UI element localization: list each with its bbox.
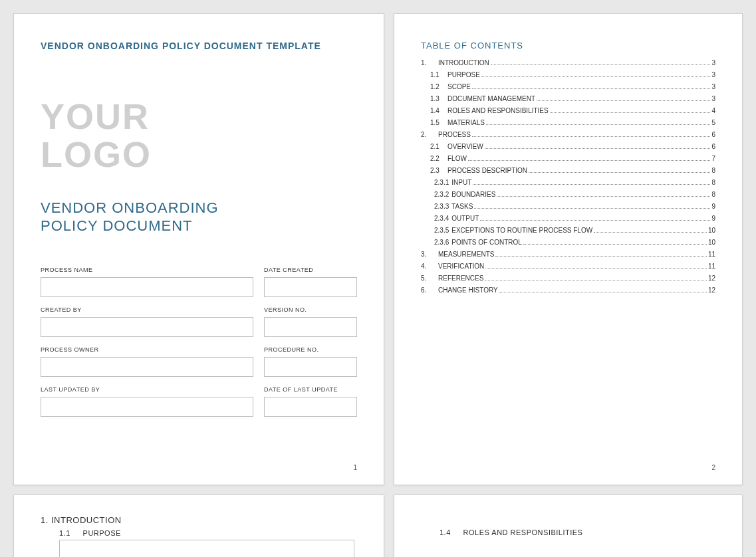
toc-leader-dots: [485, 268, 707, 269]
toc-entry[interactable]: 2.3.5EXCEPTIONS TO ROUTINE PROCESS FLOW1…: [434, 225, 715, 237]
toc-entry-num: 6.: [421, 284, 438, 296]
toc-entry-num: 3.: [421, 249, 438, 261]
toc-title: TABLE OF CONTENTS: [421, 41, 715, 51]
input-procedure-no[interactable]: [264, 357, 357, 377]
toc-entry[interactable]: 3.MEASUREMENTS11: [421, 249, 715, 261]
toc-entry-label: MATERIALS: [447, 117, 485, 129]
toc-entry-label: CHANGE HISTORY: [438, 284, 498, 296]
toc-leader-dots: [485, 148, 711, 149]
toc-leader-dots: [529, 172, 710, 173]
page-2: TABLE OF CONTENTS 1.INTRODUCTION31.1PURP…: [394, 13, 743, 485]
section-1-label: INTRODUCTION: [51, 515, 122, 525]
section-1-num: 1.: [41, 515, 49, 525]
toc-entry[interactable]: 2.2FLOW7: [430, 153, 715, 165]
toc-entry-num: 2.3.2: [434, 189, 451, 201]
toc-entry[interactable]: 2.3.1INPUT8: [434, 177, 715, 189]
toc-entry-num: 2.3.4: [434, 213, 451, 225]
label-date-of-last-update: DATE OF LAST UPDATE: [264, 386, 357, 393]
input-version-no[interactable]: [264, 317, 357, 337]
toc-entry-label: OUTPUT: [451, 213, 479, 225]
pages-grid: VENDOR ONBOARDING POLICY DOCUMENT TEMPLA…: [13, 13, 743, 557]
toc-entry[interactable]: 2.PROCESS6: [421, 129, 715, 141]
toc-entry-page: 3: [711, 93, 715, 105]
toc-entry-label: MEASUREMENTS: [438, 249, 494, 261]
toc-entry-page: 12: [708, 284, 715, 296]
toc-entry-label: OVERVIEW: [447, 141, 483, 153]
toc-leader-dots: [594, 232, 707, 233]
toc-entry[interactable]: 1.1PURPOSE3: [430, 69, 715, 81]
input-last-updated-by[interactable]: [41, 397, 253, 417]
toc-entry[interactable]: 5.REFERENCES12: [421, 273, 715, 284]
toc-entry[interactable]: 2.3.4OUTPUT9: [434, 213, 715, 225]
toc-leader-dots: [468, 160, 711, 161]
toc-entry-num: 4.: [421, 261, 438, 273]
toc-entry-label: SCOPE: [447, 81, 471, 93]
toc-entry-page: 8: [711, 177, 715, 189]
toc-entry-label: EXCEPTIONS TO ROUTINE PROCESS FLOW: [451, 225, 592, 237]
label-process-owner: PROCESS OWNER: [41, 346, 253, 353]
toc-entry[interactable]: 2.3.6POINTS OF CONTROL10: [434, 237, 715, 249]
logo-placeholder: YOUR LOGO: [41, 98, 357, 173]
toc-entry-num: 5.: [421, 273, 438, 284]
toc-entry-num: 2.3: [430, 165, 447, 177]
page-number-2: 2: [711, 464, 715, 471]
toc-entry-page: 12: [708, 273, 715, 284]
toc-entry-num: 1.4: [430, 105, 447, 117]
toc-leader-dots: [481, 76, 711, 77]
section-1-4-label: ROLES AND RESPONSIBILITIES: [463, 528, 583, 536]
toc-entry-page: 11: [708, 261, 715, 273]
input-created-by[interactable]: [41, 317, 253, 337]
toc-entry-page: 3: [711, 69, 715, 81]
label-created-by: CREATED BY: [41, 306, 253, 313]
label-procedure-no: PROCEDURE NO.: [264, 346, 357, 353]
input-process-owner[interactable]: [41, 357, 253, 377]
logo-line-1: YOUR: [41, 98, 357, 136]
toc-entry-num: 2.3.3: [434, 201, 451, 213]
toc-leader-dots: [550, 112, 711, 113]
toc-entry-num: 1.3: [430, 93, 447, 105]
toc-leader-dots: [537, 100, 710, 101]
form-grid: PROCESS NAME DATE CREATED CREATED BY VER…: [41, 261, 357, 417]
label-last-updated-by: LAST UPDATED BY: [41, 386, 253, 393]
toc-entry[interactable]: 4.VERIFICATION11: [421, 261, 715, 273]
toc-entry[interactable]: 1.4ROLES AND RESPONSIBILITIES4: [430, 105, 715, 117]
toc-entry-page: 10: [708, 237, 715, 249]
label-version-no: VERSION NO.: [264, 306, 357, 313]
section-1-4-num: 1.4: [440, 528, 461, 536]
toc-entry[interactable]: 1.5MATERIALS5: [430, 117, 715, 129]
toc-entry-label: PROCESS DESCRIPTION: [447, 165, 527, 177]
toc-leader-dots: [491, 64, 711, 65]
purpose-content-box[interactable]: [59, 540, 354, 557]
toc-entry[interactable]: 6.CHANGE HISTORY12: [421, 284, 715, 296]
page-3: 1. INTRODUCTION 1.1 PURPOSE: [13, 495, 384, 557]
toc-entry-page: 3: [711, 81, 715, 93]
input-date-created[interactable]: [264, 277, 357, 297]
toc-leader-dots: [495, 256, 706, 257]
toc-entry-page: 6: [711, 129, 715, 141]
toc-entry-page: 9: [711, 213, 715, 225]
toc-entry[interactable]: 1.INTRODUCTION3: [421, 57, 715, 69]
toc-entry[interactable]: 2.3.2BOUNDARIES8: [434, 189, 715, 201]
template-title: VENDOR ONBOARDING POLICY DOCUMENT TEMPLA…: [41, 41, 357, 51]
toc-entry[interactable]: 1.3DOCUMENT MANAGEMENT3: [430, 93, 715, 105]
input-process-name[interactable]: [41, 277, 253, 297]
input-date-of-last-update[interactable]: [264, 397, 357, 417]
page-4: 1.4 ROLES AND RESPONSIBILITIES: [394, 495, 743, 557]
toc-entry-label: BOUNDARIES: [451, 189, 495, 201]
toc-entry-label: FLOW: [447, 153, 467, 165]
toc-entry-page: 9: [711, 201, 715, 213]
label-process-name: PROCESS NAME: [41, 267, 253, 273]
toc-entry-label: VERIFICATION: [438, 261, 484, 273]
toc-entry[interactable]: 2.3PROCESS DESCRIPTION8: [430, 165, 715, 177]
toc-entry-num: 2.2: [430, 153, 447, 165]
toc-entry[interactable]: 1.2SCOPE3: [430, 81, 715, 93]
toc-leader-dots: [472, 136, 711, 137]
section-1-1-label: PURPOSE: [83, 529, 121, 537]
toc-entry[interactable]: 2.1OVERVIEW6: [430, 141, 715, 153]
toc-entry-num: 1.1: [430, 69, 447, 81]
toc-entry-label: ROLES AND RESPONSIBILITIES: [447, 105, 549, 117]
toc-entry[interactable]: 2.3.3TASKS9: [434, 201, 715, 213]
document-subtitle: VENDOR ONBOARDING POLICY DOCUMENT: [41, 199, 357, 235]
toc-entry-page: 6: [711, 141, 715, 153]
toc-list: 1.INTRODUCTION31.1PURPOSE31.2SCOPE31.3DO…: [421, 57, 715, 296]
